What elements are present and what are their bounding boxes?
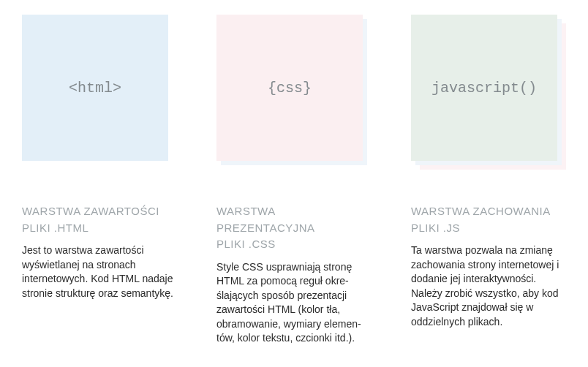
tile-wrap-css: {css} [216, 15, 363, 161]
tile-html: <html> [22, 15, 168, 161]
tile-css: {css} [216, 15, 363, 161]
column-js: javascript() WARSTWA ZACHOWANIA PLIKI .J… [411, 15, 566, 346]
tile-wrap-js: javascript() [411, 15, 557, 161]
tile-label-html: <html> [69, 80, 121, 97]
layers-row: <html> WARSTWA ZAWARTOŚCI PLIKI .HTML Je… [22, 15, 566, 346]
heading-css: WARSTWA PREZENTACYJNA PLIKI .CSS [216, 203, 372, 253]
tile-label-js: javascript() [431, 80, 537, 97]
heading-html-line1: WARSTWA ZAWARTOŚCI [22, 205, 159, 217]
heading-html: WARSTWA ZAWARTOŚCI PLIKI .HTML [22, 203, 177, 236]
heading-css-line1: WARSTWA PREZENTACYJNA [216, 205, 315, 234]
desc-js: Ta warstwa pozwala na zmianę zachowania … [411, 243, 566, 330]
tile-label-css: {css} [268, 80, 312, 97]
column-css: {css} WARSTWA PREZENTACYJNA PLIKI .CSS S… [216, 15, 372, 346]
column-html: <html> WARSTWA ZAWARTOŚCI PLIKI .HTML Je… [22, 15, 177, 346]
tile-wrap-html: <html> [22, 15, 168, 161]
tile-js: javascript() [411, 15, 557, 161]
heading-js: WARSTWA ZACHOWANIA PLIKI .JS [411, 203, 566, 236]
desc-css: Style CSS usprawniają stronę HTML za pom… [216, 260, 372, 347]
heading-js-line1: WARSTWA ZACHOWANIA [411, 205, 551, 217]
heading-css-line2: PLIKI .CSS [216, 238, 276, 250]
heading-html-line2: PLIKI .HTML [22, 222, 88, 234]
desc-html: Jest to warstwa zawartości wyświetlanej … [22, 243, 177, 300]
heading-js-line2: PLIKI .JS [411, 222, 460, 234]
